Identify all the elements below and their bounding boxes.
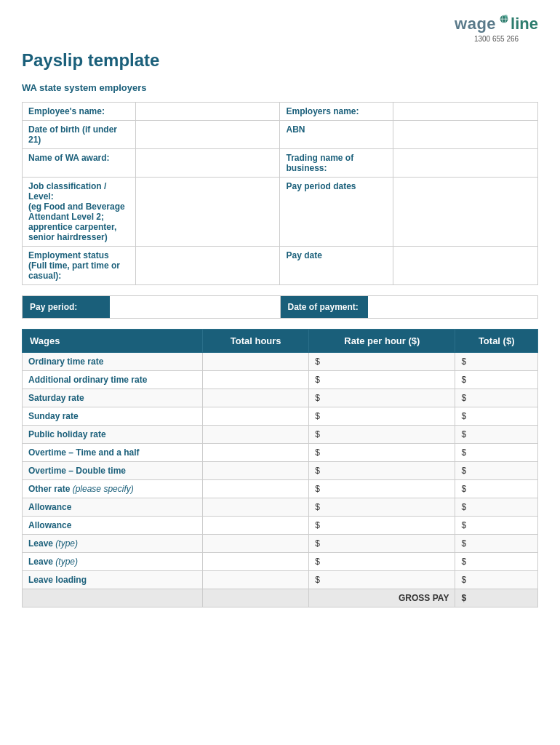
svg-point-3 — [505, 15, 508, 18]
pay-date-label: Pay date — [280, 247, 393, 285]
employee-name-value — [135, 103, 280, 121]
wages-header-wages: Wages — [23, 330, 203, 353]
abn-label: ABN — [280, 121, 393, 149]
info-row-4: Job classification / Level: (eg Food and… — [23, 178, 538, 247]
wages-header-total: Total ($) — [455, 330, 538, 353]
wages-row-hours — [203, 480, 309, 498]
info-row-2: Date of birth (if under 21) ABN — [23, 121, 538, 149]
wages-row: Public holiday rate$$ — [23, 426, 538, 444]
logo-line: line — [511, 15, 538, 33]
wages-row-hours — [203, 426, 309, 444]
wages-row: Allowance$$ — [23, 498, 538, 517]
wages-row-hours — [203, 444, 309, 462]
wages-row-rate: $ — [309, 498, 455, 517]
wages-row-rate: $ — [309, 444, 455, 462]
payment-date-value — [368, 296, 538, 318]
wages-row-label: Overtime – Double time — [23, 462, 203, 480]
wages-row-hours — [203, 462, 309, 480]
wages-row-total: $ — [455, 407, 538, 426]
dob-label: Date of birth (if under 21) — [23, 121, 136, 149]
employee-name-label: Employee's name: — [23, 103, 136, 121]
wages-row-total: $ — [455, 571, 538, 589]
wages-row-total: $ — [455, 517, 538, 535]
wages-row-total: $ — [455, 553, 538, 571]
emp-status-note: (Full time, part time or casual): — [28, 260, 120, 281]
employers-name-value — [393, 103, 538, 121]
wages-row: Leave (type)$$ — [23, 535, 538, 553]
logo-text: wage line — [455, 15, 538, 33]
wages-row: Sunday rate$$ — [23, 407, 538, 426]
wages-row-total: $ — [455, 389, 538, 407]
wages-row-hours — [203, 353, 309, 371]
wages-row-total: $ — [455, 353, 538, 371]
wages-row-label: Other rate (please specify) — [23, 480, 203, 498]
emp-status-label: Employment status (Full time, part time … — [23, 247, 136, 285]
dob-value — [135, 121, 280, 149]
gross-empty-2 — [203, 589, 309, 607]
wages-row: Overtime – Double time$$ — [23, 462, 538, 480]
wages-row: Saturday rate$$ — [23, 389, 538, 407]
wages-header-total-hours: Total hours — [203, 330, 309, 353]
page-title: Payslip template — [22, 50, 538, 71]
pay-period-dates-value — [393, 178, 538, 247]
wages-row-label: Sunday rate — [23, 407, 203, 426]
trading-name-label: Trading name of business: — [280, 149, 393, 178]
wages-row-rate: $ — [309, 426, 455, 444]
wages-row: Other rate (please specify)$$ — [23, 480, 538, 498]
award-label: Name of WA award: — [23, 149, 136, 178]
wages-table: Wages Total hours Rate per hour ($) Tota… — [22, 329, 538, 607]
emp-status-value — [135, 247, 280, 285]
wages-row-label: Allowance — [23, 517, 203, 535]
gross-pay-dollar: $ — [455, 589, 538, 607]
wages-row-rate: $ — [309, 517, 455, 535]
wages-row: Overtime – Time and a half$$ — [23, 444, 538, 462]
employers-name-label: Employers name: — [280, 103, 393, 121]
award-value — [135, 149, 280, 178]
wages-row-total: $ — [455, 462, 538, 480]
info-row-1: Employee's name: Employers name: — [23, 103, 538, 121]
wages-row-total: $ — [455, 444, 538, 462]
gross-pay-label: GROSS PAY — [309, 589, 455, 607]
wages-row-label: Additional ordinary time rate — [23, 371, 203, 389]
pay-period-bar: Pay period: Date of payment: — [22, 295, 538, 319]
job-class-value — [135, 178, 280, 247]
wages-row-hours — [203, 535, 309, 553]
pay-period-dates-label: Pay period dates — [280, 178, 393, 247]
wages-row-rate: $ — [309, 462, 455, 480]
wages-row-label: Allowance — [23, 498, 203, 517]
emp-status-label-text: Employment status — [28, 250, 109, 260]
wages-row-hours — [203, 517, 309, 535]
job-class-label-text: Job classification / Level: — [28, 181, 106, 202]
pay-period-label: Pay period: — [23, 296, 110, 318]
wages-row-rate: $ — [309, 407, 455, 426]
wages-row-rate: $ — [309, 571, 455, 589]
wages-row-total: $ — [455, 535, 538, 553]
wages-row-rate: $ — [309, 535, 455, 553]
gross-pay-row: GROSS PAY$ — [23, 589, 538, 607]
wages-row-total: $ — [455, 498, 538, 517]
abn-value — [393, 121, 538, 149]
wages-header-rate: Rate per hour ($) — [309, 330, 455, 353]
globe-icon — [497, 14, 511, 27]
wages-row-label: Leave loading — [23, 571, 203, 589]
wages-row-total: $ — [455, 371, 538, 389]
job-class-note: (eg Food and Beverage Attendant Level 2;… — [28, 202, 125, 242]
wages-row-rate: $ — [309, 353, 455, 371]
wages-row: Allowance$$ — [23, 517, 538, 535]
info-table: Employee's name: Employers name: Date of… — [22, 102, 538, 285]
wages-row-hours — [203, 389, 309, 407]
wages-row: Ordinary time rate$$ — [23, 353, 538, 371]
wages-row-rate: $ — [309, 480, 455, 498]
wages-row-hours — [203, 407, 309, 426]
wages-row-label: Overtime – Time and a half — [23, 444, 203, 462]
wages-row-rate: $ — [309, 371, 455, 389]
page-subtitle: WA state system employers — [22, 82, 538, 93]
logo-wage: wage — [455, 15, 496, 33]
wages-row-hours — [203, 498, 309, 517]
info-row-3: Name of WA award: Trading name of busine… — [23, 149, 538, 178]
wages-header-row: Wages Total hours Rate per hour ($) Tota… — [23, 330, 538, 353]
wages-row-hours — [203, 571, 309, 589]
gross-empty-1 — [23, 589, 203, 607]
wages-row-label: Leave (type) — [23, 535, 203, 553]
payment-date-label: Date of payment: — [281, 296, 368, 318]
